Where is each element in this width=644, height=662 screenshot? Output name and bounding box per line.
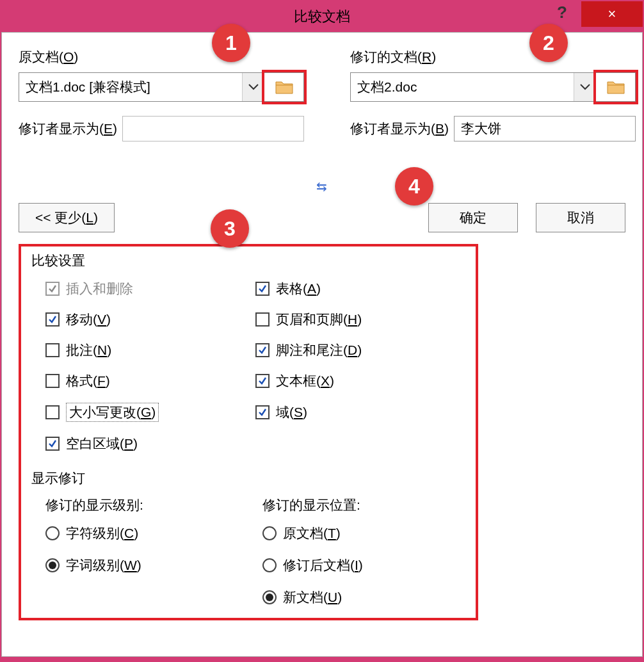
revised-doc-label: 修订的文档(R) [350, 48, 636, 66]
checkbox-label: 移动(V) [66, 311, 111, 328]
checkbox-box [255, 282, 270, 296]
original-browse-button[interactable] [264, 72, 304, 102]
original-doc-label: 原文档(O) [19, 48, 304, 66]
original-reviewer-label: 修订者显示为(E) [19, 120, 117, 138]
original-doc-input[interactable] [19, 73, 242, 101]
checkbox-box [255, 312, 270, 327]
close-button[interactable]: × [581, 1, 643, 27]
checkbox-box [45, 437, 60, 451]
compare-settings-panel: 比较设置 插入和删除表格(A)移动(V)页眉和页脚(H)批注(N)脚注和尾注(D… [19, 244, 478, 620]
close-icon: × [608, 6, 616, 22]
help-button[interactable]: ? [549, 3, 575, 22]
checkbox-casechg[interactable]: 大小写更改(G) [45, 403, 255, 422]
revised-browse-button[interactable] [596, 72, 636, 102]
ok-button[interactable]: 确定 [428, 203, 518, 232]
radio-where-orig[interactable]: 原文档(T) [262, 524, 465, 542]
checkbox-box [255, 343, 270, 357]
checkbox-fields[interactable]: 域(S) [255, 403, 465, 422]
revised-reviewer-label: 修订者显示为(B) [350, 120, 449, 138]
checkbox-label: 大小写更改(G) [66, 403, 159, 422]
checkbox-comment[interactable]: 批注(N) [45, 341, 255, 359]
checkbox-box [45, 312, 60, 327]
show-revisions-title: 显示修订 [31, 469, 465, 487]
radio-circle [45, 526, 60, 540]
revised-doc-input[interactable] [351, 73, 574, 101]
radio-where-rev[interactable]: 修订后文档(I) [262, 556, 465, 574]
folder-icon [275, 79, 294, 95]
radio-circle [262, 526, 277, 540]
less-button[interactable]: << 更少(L) [19, 203, 115, 232]
checkbox-box [45, 282, 60, 296]
radio-label: 新文档(U) [283, 588, 342, 606]
annotation-badge-2: 2 [529, 24, 568, 62]
checkbox-headfoot[interactable]: 页眉和页脚(H) [255, 311, 465, 328]
checkbox-label: 文本框(X) [276, 372, 334, 390]
checkbox-label: 表格(A) [276, 280, 321, 298]
radio-label: 字词级别(W) [66, 556, 141, 574]
cancel-button[interactable]: 取消 [536, 203, 625, 232]
annotation-badge-1: 1 [212, 24, 250, 62]
radio-circle [45, 558, 60, 572]
annotation-badge-4: 4 [395, 167, 433, 206]
checkbox-label: 空白区域(P) [66, 435, 138, 453]
annotation-badge-3: 3 [211, 209, 249, 248]
checkbox-label: 页眉和页脚(H) [276, 311, 362, 328]
checkbox-box [45, 343, 60, 357]
checkbox-box [255, 405, 270, 419]
compare-settings-title: 比较设置 [31, 252, 465, 270]
chevron-down-icon[interactable] [242, 73, 264, 101]
checkbox-label: 格式(F) [66, 372, 110, 390]
original-doc-combo[interactable] [19, 72, 264, 102]
revision-location-label: 修订的显示位置: [262, 496, 465, 514]
folder-icon [606, 79, 625, 95]
revision-level-label: 修订的显示级别: [45, 496, 248, 514]
checkbox-ins_del: 插入和删除 [45, 280, 255, 298]
radio-label: 原文档(T) [283, 524, 341, 542]
swap-icon[interactable]: ⇆ [19, 179, 625, 194]
revised-reviewer-input[interactable] [454, 116, 636, 141]
checkbox-label: 脚注和尾注(D) [276, 341, 362, 359]
dialog-body: 1 2 3 4 原文档(O) [1, 32, 643, 657]
checkbox-box [45, 374, 60, 388]
checkbox-blank[interactable]: 空白区域(P) [45, 435, 255, 453]
revised-doc-combo[interactable] [350, 72, 596, 102]
original-reviewer-input[interactable] [122, 116, 304, 141]
radio-circle [262, 590, 277, 604]
checkbox-box [255, 374, 270, 388]
radio-level-word[interactable]: 字词级别(W) [45, 556, 248, 574]
checkbox-label: 域(S) [276, 403, 307, 421]
radio-label: 修订后文档(I) [283, 556, 363, 574]
revised-doc-panel: 修订的文档(R) 修订者显示为(B) [350, 48, 636, 163]
checkbox-table[interactable]: 表格(A) [255, 280, 465, 298]
checkbox-label: 插入和删除 [66, 280, 133, 298]
radio-label: 字符级别(C) [66, 524, 138, 542]
radio-level-char[interactable]: 字符级别(C) [45, 524, 248, 542]
checkbox-move[interactable]: 移动(V) [45, 311, 255, 328]
checkbox-footend[interactable]: 脚注和尾注(D) [255, 341, 465, 359]
radio-circle [262, 558, 277, 572]
window-title: 比较文档 [294, 7, 350, 26]
checkbox-format[interactable]: 格式(F) [45, 372, 255, 390]
chevron-down-icon[interactable] [574, 73, 595, 101]
original-doc-panel: 原文档(O) 修订者显示为(E) [19, 48, 304, 163]
radio-where-new[interactable]: 新文档(U) [262, 588, 465, 606]
checkbox-box [45, 405, 60, 419]
checkbox-label: 批注(N) [66, 341, 111, 359]
checkbox-textbox[interactable]: 文本框(X) [255, 372, 465, 390]
